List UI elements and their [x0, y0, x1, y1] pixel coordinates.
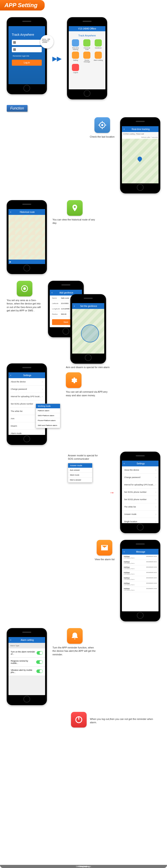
- map-pin-icon: [137, 156, 143, 162]
- settings-phone: ‹Settings About the deviceChange passwor…: [7, 364, 47, 445]
- login-title: Track Anywhere: [12, 33, 42, 36]
- alarm-mode-popup: Working mode Platform alarmSMS+Platform …: [36, 404, 60, 428]
- toggle-switch[interactable]: [36, 660, 43, 664]
- settings-item[interactable]: Single location: [122, 518, 159, 523]
- settings-item[interactable]: Alarm mode: [8, 430, 45, 435]
- back-icon[interactable]: ‹: [10, 210, 11, 214]
- password-field[interactable]: [12, 47, 42, 52]
- message-desc: View the alarm list: [95, 558, 114, 561]
- geofence-desc: You set any area as a Geo-fence, when th…: [7, 299, 42, 312]
- settings-item[interactable]: Change password: [8, 385, 45, 393]
- answer-popup: Answer mode Auto answerSilent modeDial t…: [68, 463, 93, 483]
- popup-option[interactable]: Auto answer: [68, 468, 92, 473]
- realtime-phone: ‹Real-time tracking V13Test Loading...Pl…: [120, 117, 160, 193]
- alarm-desc: Turn the APP reminder function, when the…: [53, 646, 97, 656]
- settings-item[interactable]: Interval for uploading GPS locati...: [122, 481, 159, 489]
- message-item[interactable]: V13Test2015/05/29 19:35Low Battery Alarm: [122, 555, 159, 560]
- message-item[interactable]: V13Test2015/05/28 10:04Low Battery Alarm: [122, 576, 159, 582]
- logout-row: Log out When you log out,then you can no…: [0, 709, 167, 731]
- dashboard-header: V13-14040 Offline: [69, 26, 105, 31]
- realtime-row: Real-time tracking Check the last locati…: [0, 114, 167, 197]
- dashboard-tile[interactable]: Alarm setting: [93, 52, 103, 63]
- username-field[interactable]: [12, 40, 42, 45]
- alarm-row: ‹Alarm setting Alarm Type Turn on the al…: [0, 625, 167, 709]
- back-icon[interactable]: ‹: [10, 374, 11, 377]
- geofence-circle[interactable]: [81, 324, 99, 342]
- popup-option[interactable]: SMS+Platform alarm: [36, 413, 60, 418]
- message-item[interactable]: V13Test2015/05/28 19:31Low Battery Alarm: [122, 560, 159, 565]
- alarm-toggle-row: Vibration alert by mobile pho...: [8, 667, 45, 676]
- message-row: Device message View the alarm list ‹Mess…: [0, 536, 167, 625]
- setting-icon: Setting: [66, 372, 81, 388]
- popup-option[interactable]: SMS and Platform alarm: [36, 423, 60, 428]
- dashboard-tile[interactable]: Historical route: [82, 39, 92, 50]
- historical-desc: You can view the historical route of any…: [53, 218, 97, 225]
- settings-item[interactable]: Answer mode: [122, 510, 159, 518]
- play-icon[interactable]: ▶: [10, 261, 11, 263]
- message-item[interactable]: V13Test2015/05/28 10:22Low Battery Alarm: [122, 571, 159, 576]
- logout-icon: Log out: [71, 712, 87, 727]
- login-phone: Track Anywhere Remember login info Log i…: [7, 17, 47, 94]
- back-icon[interactable]: ‹: [52, 291, 53, 294]
- setting-note: Arm and disarm is special for mini alarm: [66, 366, 160, 369]
- toggle-switch[interactable]: [37, 651, 43, 655]
- dashboard-tile[interactable]: Geofence: [93, 39, 103, 50]
- alarm-toggle-row: Turn on the alarm reminder of...: [8, 648, 45, 658]
- settings-row: ‹Settings About the deviceChange passwor…: [0, 360, 167, 448]
- dashboard-tile[interactable]: Device message: [82, 52, 92, 63]
- function-badge: Function: [7, 105, 28, 112]
- red-arrow-icon: →: [109, 489, 114, 496]
- arrow-icon: ▸▸: [53, 53, 61, 63]
- back-icon[interactable]: ‹: [10, 639, 11, 642]
- settings-item[interactable]: About the device: [122, 466, 159, 474]
- back-icon[interactable]: ‹: [124, 462, 125, 465]
- realtime-desc: Check the last location: [90, 135, 114, 138]
- logout-desc: When you log out,then you can not get th…: [90, 717, 160, 724]
- dashboard-title: Track Anywhere: [71, 33, 104, 38]
- demo-hint: Demo : 888 Password : 123456: [40, 35, 54, 49]
- settings2-phone: ‹Settings About the deviceChange passwor…: [120, 452, 160, 533]
- back-icon[interactable]: ‹: [74, 305, 75, 308]
- historical-phone: ‹Historical route ▶: [7, 200, 47, 274]
- svg-point-7: [24, 288, 26, 290]
- historical-row: ‹Historical route ▶ Historical route You…: [0, 197, 167, 277]
- dashboard-tile[interactable]: Real-time tracking: [71, 39, 80, 50]
- historical-icon: Historical route: [67, 200, 82, 216]
- settings-item[interactable]: Change password: [122, 474, 159, 481]
- dashboard-phone: V13-14040 Offline Track Anywhere Real-ti…: [67, 17, 107, 99]
- alarm-phone: ‹Alarm setting Alarm Type Turn on the al…: [7, 628, 47, 705]
- toggle-switch[interactable]: [36, 670, 43, 673]
- settings-item[interactable]: Set SOS1 phone number: [122, 489, 159, 496]
- alarm-toggle-row: Ringtone remind by mobile...: [8, 658, 45, 667]
- login-button[interactable]: Log in: [12, 60, 42, 66]
- dashboard-tile[interactable]: Setting: [71, 52, 80, 63]
- back-icon[interactable]: ‹: [124, 550, 125, 553]
- popup-option[interactable]: Phone+Platform alarm: [36, 418, 60, 423]
- svg-point-1: [102, 124, 103, 126]
- settings-item[interactable]: The white list: [122, 503, 159, 510]
- settings-item[interactable]: Set SOS2 phone number: [122, 496, 159, 503]
- screen-title: Real-time tracking: [132, 128, 150, 130]
- message-item[interactable]: V13Test2015/05/28 12:50Low Battery Alarm: [122, 565, 159, 571]
- geofence-icon: Geo-fence: [17, 281, 32, 297]
- message-phone: ‹Message V13Test2015/05/29 19:35Low Batt…: [120, 540, 160, 621]
- popup-option[interactable]: Silent mode: [68, 473, 92, 477]
- geofence-map-phone: ‹Set the geofence: [70, 294, 106, 364]
- popup-option[interactable]: Dial to answer: [68, 477, 92, 483]
- screen-title: Historical route: [20, 211, 35, 213]
- realtime-icon: Real-time tracking: [94, 117, 110, 133]
- popup-option[interactable]: Platform alarm: [36, 408, 60, 413]
- app-setting-header: APP Setting: [0, 0, 45, 10]
- answer-row: Answer model is special for SOS communic…: [0, 448, 167, 536]
- remember-check[interactable]: Remember login info: [12, 54, 42, 58]
- geofence-row: Geo-fence You set any area as a Geo-fenc…: [0, 277, 167, 360]
- dashboard-tile[interactable]: Logout: [71, 64, 80, 73]
- setting-desc: You can set all command via APP,very eas…: [66, 390, 110, 397]
- back-icon[interactable]: ‹: [124, 128, 125, 131]
- settings-item[interactable]: Interval for uploading GPS locati...: [8, 393, 45, 400]
- settings-item[interactable]: About the device: [8, 378, 45, 385]
- message-item[interactable]: V13Test2015/05/26 15:30Low Battery Alarm: [122, 582, 159, 587]
- answer-note: Answer model is special for SOS communic…: [68, 454, 104, 461]
- message-item[interactable]: V13Test2015/05/25 14:59Low Battery Alarm: [122, 587, 159, 592]
- intro-row: Track Anywhere Remember login info Log i…: [0, 14, 167, 103]
